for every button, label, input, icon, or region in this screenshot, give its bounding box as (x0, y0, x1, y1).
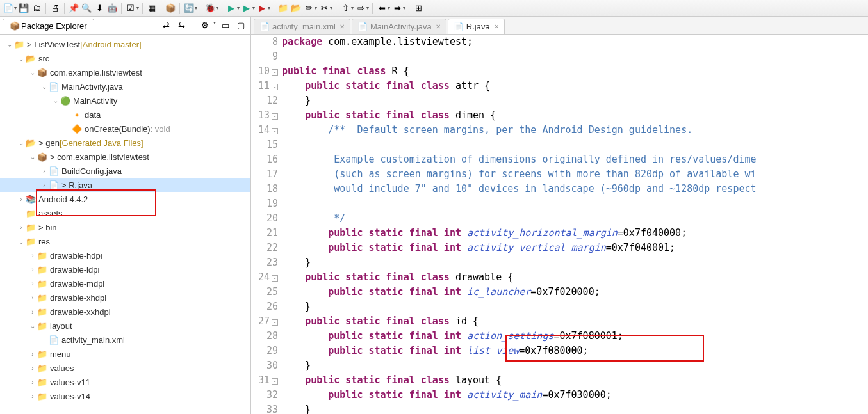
tree-item[interactable]: ⌄📁> ListViewTest [Android master] (0, 37, 250, 51)
nav-up-icon[interactable]: ⇧ (340, 3, 351, 14)
forward-icon[interactable]: ➡ (391, 3, 403, 14)
refresh-icon[interactable]: 🔄 (183, 3, 195, 14)
chevron-right-icon[interactable]: › (17, 196, 26, 203)
editor-tab[interactable]: 📄R.java✕ (448, 19, 505, 34)
folder-icon[interactable]: 📁 (277, 3, 289, 14)
chevron-down-icon[interactable]: ⌄ (51, 97, 60, 104)
tree-item[interactable]: ›📚Android 4.4.2 (0, 192, 250, 206)
tree-item[interactable]: ›📁values-v11 (0, 375, 250, 389)
tree-item[interactable]: ⌄📁layout (0, 319, 250, 333)
chevron-right-icon[interactable]: › (28, 308, 37, 315)
fold-icon[interactable]: - (272, 319, 278, 326)
package-icon[interactable]: 📦 (165, 3, 176, 14)
search-icon[interactable]: 🔍 (81, 3, 92, 14)
nav-next-icon[interactable]: ⇨ (355, 3, 366, 14)
tree-item[interactable]: ›📁values (0, 361, 250, 375)
code-line[interactable]: public static final int list_view=0x7f08… (282, 344, 868, 358)
tree-item[interactable]: 🔶onCreate(Bundle) : void (0, 122, 250, 136)
explorer-tab[interactable]: 📦 Package Explorer (3, 19, 94, 33)
code-line[interactable]: public static final class layout { (282, 373, 868, 388)
tree-item[interactable]: ⌄📄MainActivity.java (0, 79, 250, 93)
code-line[interactable]: } (282, 255, 868, 270)
chevron-right-icon[interactable]: › (28, 379, 37, 386)
fold-icon[interactable]: - (272, 275, 278, 282)
code-line[interactable] (282, 49, 868, 64)
code-line[interactable]: package com.example.listviewtest; (282, 35, 868, 49)
close-icon[interactable]: ✕ (340, 23, 345, 30)
android-icon[interactable]: 🤖 (106, 3, 118, 14)
code-editor[interactable]: 8910-11-1213-14-15161718192021222324-252… (251, 35, 868, 414)
maximize-icon[interactable]: ▢ (235, 20, 247, 31)
folder2-icon[interactable]: 📂 (290, 3, 302, 14)
save-icon[interactable]: 💾 (18, 3, 29, 14)
tree-item[interactable]: ›📁drawable-xhdpi (0, 291, 250, 305)
code-line[interactable]: public static final int ic_launcher=0x7f… (282, 285, 868, 299)
chevron-right-icon[interactable]: › (28, 280, 37, 287)
tree-item[interactable]: 📄activity_main.xml (0, 333, 250, 347)
new-icon[interactable]: 📄 (3, 3, 14, 14)
fold-icon[interactable]: - (272, 128, 278, 134)
tree-item[interactable]: ⌄📂src (0, 51, 250, 65)
chevron-down-icon[interactable]: ⌄ (17, 55, 26, 62)
back-icon[interactable]: ⬅ (376, 3, 388, 14)
chevron-down-icon[interactable]: ⌄ (40, 83, 49, 90)
chevron-down-icon[interactable]: ⌄ (17, 238, 26, 245)
chevron-right-icon[interactable]: › (17, 224, 26, 231)
tree-item[interactable]: ›📁drawable-hdpi (0, 248, 250, 262)
wand-icon[interactable]: ✏ (303, 3, 315, 14)
download-icon[interactable]: ⬇ (94, 3, 105, 14)
code-line[interactable]: (such as screen margins) for screens wit… (282, 167, 868, 182)
tree-item[interactable]: ›📄> R.java (0, 178, 250, 192)
chevron-down-icon[interactable]: ⌄ (28, 154, 37, 161)
tree-item[interactable]: ›📁> bin (0, 220, 250, 234)
code-line[interactable]: } (282, 299, 868, 314)
code-line[interactable]: public static final int activity_vertica… (282, 241, 868, 255)
tree-item[interactable]: ›📄BuildConfig.java (0, 164, 250, 178)
code-line[interactable]: would include 7" and 10" devices in land… (282, 182, 868, 196)
code-line[interactable] (282, 196, 868, 211)
tree-item[interactable]: ⌄📁res (0, 234, 250, 248)
chevron-down-icon[interactable]: ⌄ (17, 139, 26, 147)
code-line[interactable]: /** Default screen margins, per the Andr… (282, 123, 868, 138)
tree-item[interactable]: ⌄📦> com.example.listviewtest (0, 150, 250, 164)
chevron-right-icon[interactable]: › (40, 168, 49, 175)
code-line[interactable]: public static final int activity_main=0x… (282, 388, 868, 402)
perspective-icon[interactable]: ⊞ (413, 3, 424, 14)
fold-icon[interactable]: - (272, 113, 278, 120)
fold-icon[interactable]: - (272, 84, 278, 90)
editor-tab[interactable]: 📄activity_main.xml✕ (254, 19, 350, 34)
code-line[interactable]: public static final int activity_horizon… (282, 226, 868, 241)
editor-tab[interactable]: 📄MainActivity.java✕ (352, 19, 446, 34)
code-line[interactable]: public static final class attr { (282, 79, 868, 93)
code-line[interactable]: public static final class id { (282, 314, 868, 329)
tree-item[interactable]: ⌄📦com.example.listviewtest (0, 65, 250, 79)
tree-item[interactable]: ›📁drawable-ldpi (0, 262, 250, 276)
chevron-right-icon[interactable]: › (28, 294, 37, 301)
tree-item[interactable]: 🔸data (0, 107, 250, 122)
run-icon[interactable]: ▶ (225, 3, 237, 14)
run-ext-icon[interactable]: ▶ (241, 3, 252, 14)
code-line[interactable]: public final class R { (282, 64, 868, 79)
check-icon[interactable]: ☑ (125, 3, 136, 14)
minimize-icon[interactable]: ▭ (220, 20, 231, 31)
chevron-down-icon[interactable]: ⌄ (28, 69, 37, 76)
tree-item[interactable]: ›📁drawable-mdpi (0, 276, 250, 291)
chevron-right-icon[interactable]: › (28, 266, 37, 273)
code-line[interactable]: public static final int action_settings=… (282, 329, 868, 344)
chevron-right-icon[interactable]: › (28, 351, 37, 358)
tree-item[interactable]: 📁assets (0, 206, 250, 220)
file-tree[interactable]: ⌄📁> ListViewTest [Android master]⌄📂src⌄📦… (0, 35, 250, 414)
tree-item[interactable]: ⌄📂> gen [Generated Java Files] (0, 136, 250, 150)
chevron-right-icon[interactable]: › (40, 182, 49, 189)
cut-icon[interactable]: ✂ (318, 3, 330, 14)
print-icon[interactable]: 🖨 (49, 3, 61, 14)
code-line[interactable]: */ (282, 211, 868, 226)
chevron-down-icon[interactable]: ⌄ (5, 41, 14, 48)
link-icon[interactable]: ⇆ (176, 20, 187, 31)
fold-icon[interactable]: - (272, 378, 278, 385)
chevron-right-icon[interactable]: › (28, 393, 37, 400)
code-line[interactable]: } (282, 93, 868, 108)
chevron-right-icon[interactable]: › (28, 365, 37, 372)
chevron-down-icon[interactable]: ⌄ (28, 322, 37, 330)
debug-icon[interactable]: 🐞 (204, 3, 216, 14)
